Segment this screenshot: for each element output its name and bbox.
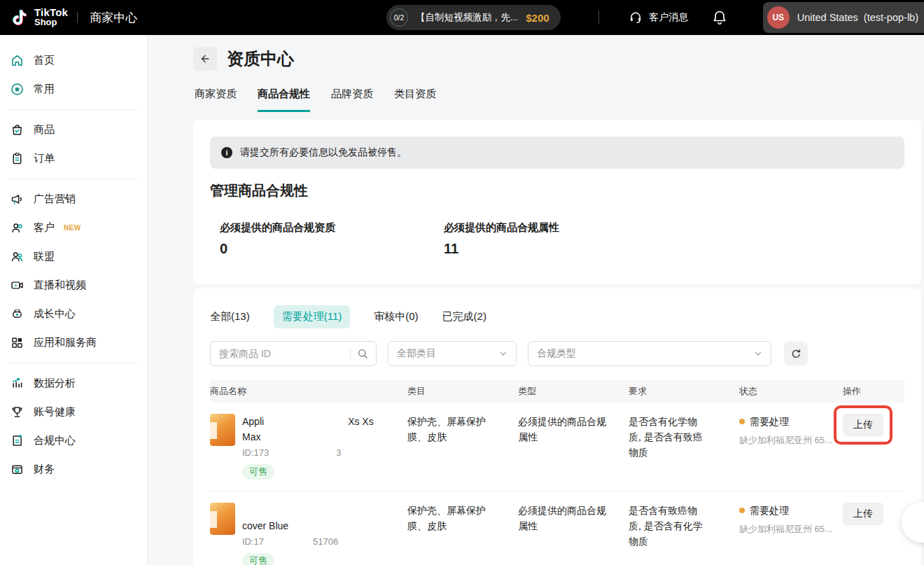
sidebar-item-home[interactable]: 首页 [0,46,147,75]
page-tab-1[interactable]: 商品合规性 [258,88,310,112]
apps-icon [10,335,24,350]
list-tab-1[interactable]: 需要处理(11) [274,305,351,328]
stat: 必须提供的商品合规资质 0 [220,221,444,257]
redacted-text [264,419,348,425]
type-cell: 必须提供的商品合规属性 [518,414,629,480]
category-filter-value: 全部类目 [397,347,436,360]
stat-value: 0 [220,241,444,257]
back-button[interactable] [193,47,217,71]
stat-label: 必须提供的商品合规属性 [444,221,668,235]
sidebar-item-marketing[interactable]: 广告营销 [0,185,147,214]
compliance-list-card: 全部(13)需要处理(11)审核中(0)已完成(2) 全部类目 [193,288,921,565]
growth-icon [10,307,24,321]
promo-amount: $200 [526,12,549,24]
messages-label: 客户消息 [649,11,688,24]
sidebar-divider [8,179,139,179]
category-filter[interactable]: 全部类目 [388,341,517,366]
sidebar-item-label: 广告营销 [34,193,76,206]
app-title: 商家中心 [90,10,137,26]
column-header: 类目 [407,385,518,398]
headset-icon [629,11,643,25]
page-tab-0[interactable]: 商家资质 [195,88,237,112]
compliance-type-filter[interactable]: 合规类型 [528,341,771,366]
tiktok-note-icon [10,8,29,27]
promo-text: 【自制短视频激励，先... [416,11,518,24]
compliance-overview-card: i 请提交所有必要信息以免发品被停售。 管理商品合规性 必须提供的商品合规资质 … [193,120,921,284]
upload-button[interactable]: 上传 [843,414,883,436]
sidebar-item-customers[interactable]: 客户 NEW [0,214,147,242]
logo-text: TikTok Shop [34,8,68,27]
region-selector[interactable]: US United States (test-pop-lb) [763,2,924,33]
sidebar-item-analytics[interactable]: 数据分析 [0,369,147,398]
page-tab-3[interactable]: 类目资质 [394,88,436,112]
promo-banner[interactable]: 0/2 【自制短视频激励，先... $200 [386,5,561,30]
notifications-button[interactable] [711,0,728,35]
sidebar-item-orders[interactable]: 订单 [0,144,147,173]
search-icon[interactable] [356,347,369,360]
list-tab-2[interactable]: 审核中(0) [374,310,418,323]
search-box [210,341,377,366]
sidebar-item-label: 商品 [34,123,55,137]
sidebar-item-account-health[interactable]: 账号健康 [0,398,147,426]
info-icon: i [221,147,232,158]
sidebar-item-label: 合规中心 [34,434,76,447]
product-cell: cover Blue ID:1751706 可售 [210,503,407,565]
header-divider [598,11,599,25]
finance-icon [10,462,24,477]
sidebar-item-label: 数据分析 [34,377,76,390]
requirement-cell: 是否含有致癌物质, 是否含有化学物质 [629,503,739,565]
page-tab-2[interactable]: 品牌资质 [331,88,373,112]
column-header: 商品名称 [210,385,407,398]
products-icon [10,123,24,137]
sidebar-item-affiliate[interactable]: 联盟 [0,242,147,271]
status-text: 需要处理 [750,414,789,429]
sidebar-item-frequent[interactable]: 常用 [0,75,147,104]
list-tab-3[interactable]: 已完成(2) [442,310,486,323]
type-cell: 必须提供的商品合规属性 [518,503,629,565]
sidebar-item-apps[interactable]: 应用和服务商 [0,328,147,357]
sidebar-item-label: 客户 [34,221,55,235]
stock-status-badge: 可售 [242,464,274,480]
sidebar-item-compliance[interactable]: 合规中心 [0,426,147,455]
sidebar-item-label: 直播和视频 [34,279,86,292]
product-cell: AppliXs Xs Max ID:1733 可售 [210,414,407,480]
tiktok-shop-logo[interactable]: TikTok Shop [10,8,68,27]
stat: 必须提供的商品合规属性 11 [444,221,668,257]
upload-button[interactable]: 上传 [843,503,883,525]
search-input[interactable] [219,348,344,359]
new-badge: NEW [64,224,81,232]
sidebar-item-label: 成长中心 [34,307,76,321]
product-image[interactable] [210,503,235,535]
sidebar-nav: 首页 常用 商品 订单 广告营销 [0,35,148,565]
affiliate-icon [10,249,24,264]
sidebar-item-finance[interactable]: 财务 [0,455,147,484]
star-icon [10,82,24,97]
table-row: AppliXs Xs Max ID:1733 可售 保护壳、屏幕保护膜、皮肤 必… [210,403,904,491]
table-header: 商品名称类目类型要求状态操作 [210,380,904,403]
refresh-button[interactable] [784,342,808,365]
sidebar-item-label: 联盟 [34,250,55,263]
category-cell: 保护壳、屏幕保护膜、皮肤 [407,503,518,565]
live-video-icon [10,278,24,293]
customer-messages-button[interactable]: 客户消息 [629,0,688,35]
column-header: 类型 [518,385,629,398]
sidebar-item-growth[interactable]: 成长中心 [0,300,147,328]
bell-icon [711,9,728,26]
analytics-icon [10,376,24,391]
main-content: 资质中心 商家资质商品合规性品牌资质类目资质 i 请提交所有必要信息以免发品被停… [148,35,924,565]
column-header: 要求 [629,385,739,398]
sidebar-item-live-video[interactable]: 直播和视频 [0,271,147,300]
product-image[interactable] [210,414,235,446]
compliance-icon [10,433,24,448]
status-detail: 缺少加利福尼亚州 65... [739,522,839,537]
status-cell: 需要处理 缺少加利福尼亚州 65... [739,414,843,480]
account-health-icon [10,405,24,419]
stats-row: 必须提供的商品合规资质 0 必须提供的商品合规属性 11 [220,221,904,257]
sidebar-item-products[interactable]: 商品 [0,116,147,144]
sidebar-divider [8,109,139,110]
header-divider [77,12,78,23]
sidebar-item-label: 首页 [34,54,55,67]
list-tab-0[interactable]: 全部(13) [210,310,250,323]
promo-progress-badge: 0/2 [390,8,408,27]
redacted-text [264,538,313,545]
